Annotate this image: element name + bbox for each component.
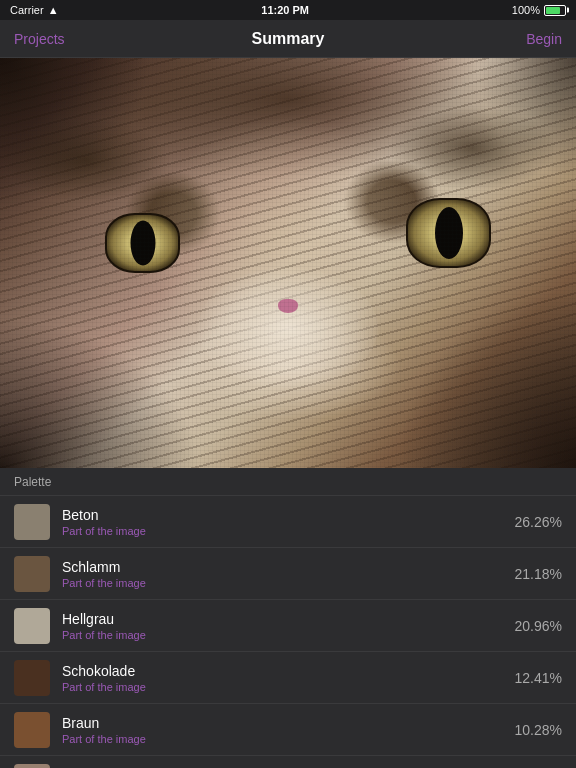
status-left: Carrier ▲ [10,4,59,16]
palette-swatch [14,764,50,769]
palette-row-content: BraunPart of the image [62,715,512,745]
palette-swatch [14,608,50,644]
palette-row-name: Hellgrau [62,611,512,627]
cat-canvas [0,58,576,468]
status-bar: Carrier ▲ 11:20 PM 100% [0,0,576,20]
palette-label: Palette [14,475,51,489]
palette-row-percentage: 26.26% [512,514,562,530]
cat-image [0,58,576,468]
palette-row-name: Braun [62,715,512,731]
palette-swatch [14,504,50,540]
palette-row-percentage: 21.18% [512,566,562,582]
battery-label: 100% [512,4,540,16]
palette-row-percentage: 10.28% [512,722,562,738]
palette-row[interactable]: SchokoladePart of the image12.41% [0,652,576,704]
palette-row-content: BetonPart of the image [62,507,512,537]
palette-row-content: HellgrauPart of the image [62,611,512,641]
palette-row-name: Beton [62,507,512,523]
palette-row-name: Schlamm [62,559,512,575]
palette-row-sub: Part of the image [62,577,512,589]
palette-section-header: Palette [0,468,576,496]
palette-row[interactable]: BraunPart of the image10.28% [0,704,576,756]
palette-row-sub: Part of the image [62,525,512,537]
palette-row-percentage: 12.41% [512,670,562,686]
palette-row[interactable]: SchlammPart of the image21.18% [0,548,576,600]
palette-row-content: SchlammPart of the image [62,559,512,589]
wifi-icon: ▲ [48,4,59,16]
palette-row[interactable]: TaupePart of the image8.91% [0,756,576,768]
battery-icon [544,5,566,16]
nav-title: Summary [74,30,502,48]
palette-row[interactable]: HellgrauPart of the image20.96% [0,600,576,652]
nav-begin-button[interactable]: Begin [502,31,562,47]
palette-swatch [14,660,50,696]
palette-swatch [14,556,50,592]
palette-row-sub: Part of the image [62,733,512,745]
palette-list: BetonPart of the image26.26%SchlammPart … [0,496,576,768]
palette-row-content: SchokoladePart of the image [62,663,512,693]
palette-row-percentage: 20.96% [512,618,562,634]
nav-back-button[interactable]: Projects [14,31,74,47]
palette-swatch [14,712,50,748]
status-time: 11:20 PM [261,4,309,16]
status-right: 100% [512,4,566,16]
palette-row-name: Schokolade [62,663,512,679]
battery-fill [546,7,560,14]
nav-bar: Projects Summary Begin [0,20,576,58]
palette-row[interactable]: BetonPart of the image26.26% [0,496,576,548]
palette-row-sub: Part of the image [62,681,512,693]
palette-row-sub: Part of the image [62,629,512,641]
pixel-grid [0,58,576,468]
carrier-label: Carrier [10,4,44,16]
